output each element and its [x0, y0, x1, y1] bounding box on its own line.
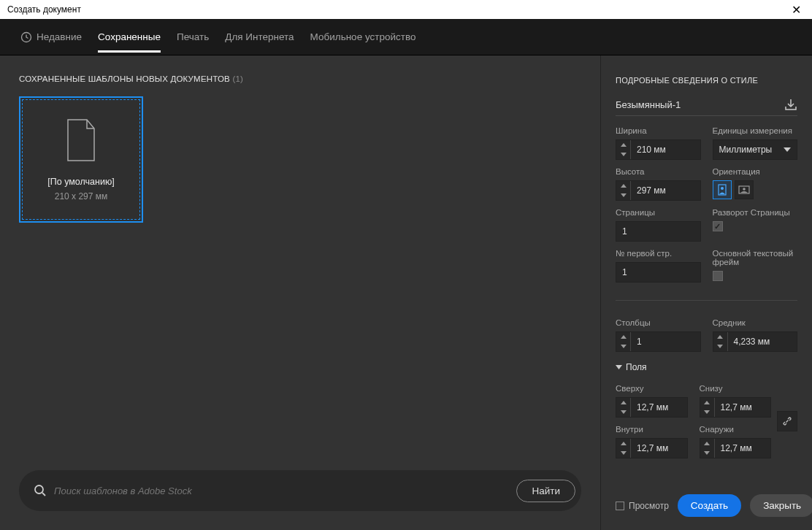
preset-dimensions: 210 x 297 мм	[55, 191, 108, 201]
field-startpage: № первой стр. 1	[616, 249, 701, 283]
spinner-buttons	[713, 332, 728, 351]
search-button[interactable]: Найти	[516, 480, 575, 502]
spinner-up[interactable]	[616, 398, 630, 407]
margin-outside-input[interactable]: 12,7 мм	[700, 438, 772, 458]
width-value[interactable]: 210 мм	[631, 140, 700, 159]
margins-wrap: Сверху 12,7 мм Снизу	[616, 384, 797, 458]
margins-header[interactable]: Поля	[616, 362, 797, 372]
spinner-down[interactable]	[616, 150, 630, 159]
link-margins-button[interactable]	[777, 411, 797, 431]
spinner-up[interactable]	[700, 439, 714, 448]
margin-inside-value[interactable]: 12,7 мм	[631, 439, 687, 458]
spinner-buttons	[616, 332, 631, 351]
label-gutter: Средник	[713, 318, 798, 327]
spread-checkbox[interactable]	[713, 221, 723, 231]
document-icon	[64, 118, 99, 162]
margins-grid: Сверху 12,7 мм Снизу	[616, 384, 771, 458]
label-textframe: Основной текстовый фрейм	[713, 249, 798, 266]
main: СОХРАНЕННЫЕ ШАБЛОНЫ НОВЫХ ДОКУМЕНТОВ (1)…	[0, 55, 812, 530]
spinner-down[interactable]	[616, 407, 630, 417]
margin-bottom-value[interactable]: 12,7 мм	[715, 398, 771, 417]
tab-label: Недавние	[37, 31, 82, 42]
spinner-down[interactable]	[713, 342, 727, 351]
section-title: СОХРАНЕННЫЕ ШАБЛОНЫ НОВЫХ ДОКУМЕНТОВ	[19, 74, 230, 83]
form-grid: Ширина 210 мм Единицы измерения Миллимет…	[616, 126, 797, 458]
field-columns: Столбцы 1	[616, 318, 701, 352]
field-margin-inside: Внутри 12,7 мм	[616, 425, 688, 458]
height-value[interactable]: 297 мм	[631, 181, 700, 200]
field-units: Единицы измерения Миллиметры	[713, 126, 798, 160]
preset-grid: [По умолчанию] 210 x 297 мм	[19, 96, 581, 463]
orientation-portrait[interactable]	[713, 180, 732, 199]
close-icon[interactable]: ✕	[788, 3, 805, 17]
tab-print[interactable]: Печать	[177, 21, 209, 53]
close-button[interactable]: Закрыть	[750, 494, 812, 517]
field-pages: Страницы 1	[616, 208, 701, 242]
save-preset-icon[interactable]	[784, 98, 797, 111]
spinner-up[interactable]	[713, 332, 727, 342]
orientation-buttons	[713, 180, 798, 199]
tab-web[interactable]: Для Интернета	[225, 21, 294, 53]
startpage-value: 1	[622, 267, 627, 277]
label-columns: Столбцы	[616, 318, 701, 327]
right-panel: ПОДРОБНЫЕ СВЕДЕНИЯ О СТИЛЕ Ширина 210 мм	[600, 55, 812, 530]
preset-card-default[interactable]: [По умолчанию] 210 x 297 мм	[19, 96, 143, 223]
margin-top-input[interactable]: 12,7 мм	[616, 397, 688, 418]
preview-label: Просмотр	[629, 501, 669, 511]
columns-value[interactable]: 1	[631, 332, 700, 351]
field-margin-bottom: Снизу 12,7 мм	[700, 384, 772, 418]
columns-input[interactable]: 1	[616, 331, 701, 352]
preset-count: (1)	[232, 74, 243, 83]
textframe-checkbox[interactable]	[713, 271, 723, 281]
spinner-down[interactable]	[616, 191, 630, 200]
tab-label: Печать	[177, 31, 209, 42]
gutter-input[interactable]: 4,233 мм	[713, 331, 798, 352]
tab-mobile[interactable]: Мобильное устройство	[310, 21, 416, 53]
svg-point-3	[721, 187, 724, 190]
titlebar: Создать документ ✕	[0, 0, 812, 19]
search-input[interactable]	[54, 485, 509, 496]
searchbar: Найти	[19, 470, 581, 511]
spinner-down[interactable]	[700, 407, 714, 417]
label-margins: Поля	[626, 362, 647, 372]
spinner-up[interactable]	[616, 439, 630, 448]
spinner-down[interactable]	[700, 448, 714, 458]
spinner-buttons	[616, 140, 631, 159]
spinner-down[interactable]	[616, 342, 630, 351]
units-dropdown[interactable]: Миллиметры	[713, 139, 798, 160]
margin-outside-value[interactable]: 12,7 мм	[715, 439, 771, 458]
divider	[616, 300, 797, 301]
field-textframe: Основной текстовый фрейм	[713, 249, 798, 283]
document-name-input[interactable]	[616, 99, 784, 110]
preview-checkbox-wrap[interactable]: Просмотр	[616, 501, 669, 511]
margin-bottom-input[interactable]: 12,7 мм	[700, 397, 772, 418]
search-icon	[34, 484, 47, 497]
orientation-landscape[interactable]	[735, 180, 754, 199]
margin-top-value[interactable]: 12,7 мм	[631, 398, 687, 417]
width-input[interactable]: 210 мм	[616, 139, 701, 160]
spinner-up[interactable]	[616, 332, 630, 342]
create-button[interactable]: Создать	[678, 494, 741, 517]
startpage-input[interactable]: 1	[616, 262, 701, 283]
panel-title: ПОДРОБНЫЕ СВЕДЕНИЯ О СТИЛЕ	[616, 76, 797, 85]
pages-input[interactable]: 1	[616, 221, 701, 242]
tab-label: Мобильное устройство	[310, 31, 416, 42]
spinner-up[interactable]	[616, 181, 630, 191]
label-spread: Разворот Страницы	[713, 208, 798, 217]
label-units: Единицы измерения	[713, 126, 798, 135]
height-input[interactable]: 297 мм	[616, 180, 701, 201]
gutter-value[interactable]: 4,233 мм	[728, 332, 797, 351]
spinner-buttons	[700, 439, 715, 458]
section-header: СОХРАНЕННЫЕ ШАБЛОНЫ НОВЫХ ДОКУМЕНТОВ (1)	[19, 74, 581, 83]
spinner-up[interactable]	[616, 140, 630, 150]
tab-saved[interactable]: Сохраненные	[98, 21, 161, 53]
label-top: Сверху	[616, 384, 688, 393]
pages-value: 1	[622, 226, 627, 237]
spinner-buttons	[616, 439, 631, 458]
spinner-up[interactable]	[700, 398, 714, 407]
field-spread: Разворот Страницы	[713, 208, 798, 242]
preview-checkbox[interactable]	[616, 502, 624, 510]
spinner-down[interactable]	[616, 448, 630, 458]
margin-inside-input[interactable]: 12,7 мм	[616, 438, 688, 458]
tab-recent[interactable]: Недавние	[20, 21, 82, 53]
